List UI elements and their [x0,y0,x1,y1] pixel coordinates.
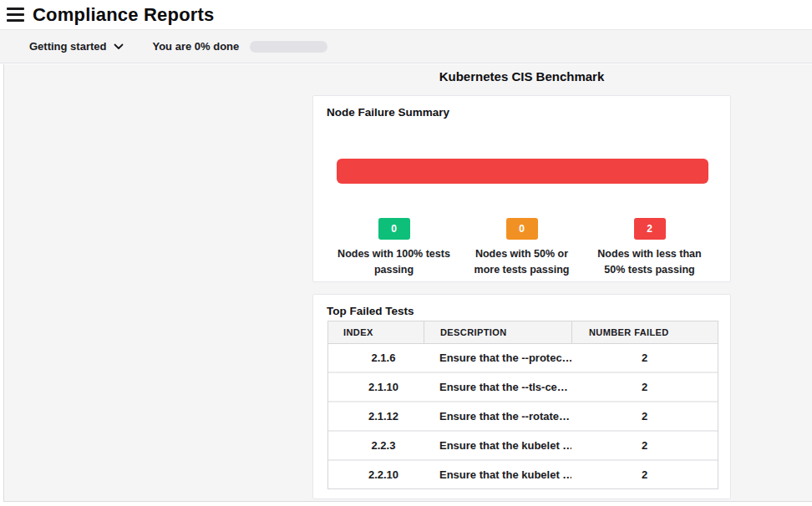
cell-index: 2.1.10 [328,381,424,393]
chevron-down-icon [114,43,124,50]
stat-count-badge: 0 [506,218,538,240]
node-failure-stats: 0 Nodes with 100% tests passing 0 Nodes … [330,218,713,278]
top-failed-tests-title: Top Failed Tests [327,305,414,317]
column-header-index: INDEX [328,321,424,343]
progress-bar [250,41,327,53]
stat-label: Nodes with 50% or more tests passing [468,246,576,278]
report-column: Kubernetes CIS Benchmark Node Failure Su… [312,64,731,83]
cell-description: Ensure that the kubelet … [424,439,571,452]
cell-index: 2.1.6 [328,352,424,364]
page-title: Compliance Reports [33,4,215,26]
table-header-row: INDEX DESCRIPTION NUMBER FAILED [327,321,718,344]
node-stat: 0 Nodes with 100% tests passing [330,218,458,278]
cell-index: 2.2.3 [328,439,424,452]
table-row: 2.1.6 Ensure that the --protec… 2 [328,344,718,373]
getting-started-bar: Getting started You are 0% done [0,29,812,63]
main-content: Kubernetes CIS Benchmark Node Failure Su… [3,64,812,502]
table-row: 2.2.10 Ensure that the kubelet … 2 [328,461,718,488]
table-row: 2.2.3 Ensure that the kubelet … 2 [328,432,718,461]
table-row: 2.1.10 Ensure that the --tls-ce… 2 [328,373,718,402]
top-failed-tests-table: INDEX DESCRIPTION NUMBER FAILED 2.1.6 En… [327,321,718,489]
node-stat: 2 Nodes with less than 50% tests passing [586,218,713,278]
column-header-description: DESCRIPTION [424,321,572,343]
node-stat: 0 Nodes with 50% or more tests passing [458,218,586,278]
node-failure-summary-title: Node Failure Summary [327,106,449,119]
node-failure-bar-chart [337,159,708,184]
app-header: Compliance Reports [0,0,812,29]
cell-description: Ensure that the --tls-ce… [424,381,571,393]
node-failure-summary-card: Node Failure Summary 0 Nodes with 100% t… [312,95,731,282]
table-row: 2.1.12 Ensure that the --rotate… 2 [328,402,718,432]
column-header-number-failed: NUMBER FAILED [572,321,719,343]
cell-index: 2.1.12 [328,410,424,423]
benchmark-title: Kubernetes CIS Benchmark [312,69,731,83]
cell-number-failed: 2 [571,381,718,393]
cell-description: Ensure that the --rotate… [424,410,571,423]
cell-number-failed: 2 [571,468,718,481]
table-body: 2.1.6 Ensure that the --protec… 2 2.1.10… [327,344,718,489]
cell-description: Ensure that the --protec… [424,352,571,364]
stat-count-badge: 0 [378,218,410,240]
cell-index: 2.2.10 [328,468,424,481]
stat-label: Nodes with less than 50% tests passing [593,246,707,278]
cell-number-failed: 2 [571,439,718,452]
getting-started-dropdown[interactable]: Getting started [29,40,124,53]
menu-icon[interactable] [3,4,28,26]
stat-label: Nodes with 100% tests passing [332,246,457,278]
progress-text: You are 0% done [152,40,239,53]
failing-nodes-bar-segment [337,159,708,184]
top-failed-tests-card: Top Failed Tests INDEX DESCRIPTION NUMBE… [312,294,731,499]
cell-number-failed: 2 [571,352,718,364]
cell-number-failed: 2 [571,410,718,423]
cell-description: Ensure that the kubelet … [424,468,571,481]
getting-started-label: Getting started [29,40,106,53]
stat-count-badge: 2 [634,218,666,240]
